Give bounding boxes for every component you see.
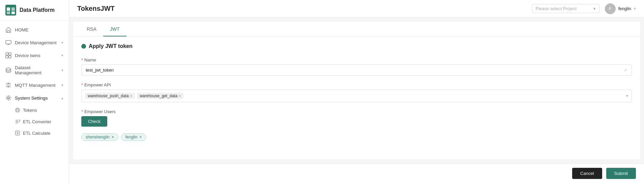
user-name: fenglin — [618, 6, 631, 11]
svg-point-13 — [7, 97, 9, 99]
settings-icon — [5, 95, 11, 101]
chevron-down-icon: ▾ — [61, 68, 63, 73]
svg-rect-3 — [7, 11, 10, 14]
sidebar-item-mqtt[interactable]: MQTT Management ▾ — [0, 79, 69, 92]
user-tag-close-icon[interactable]: × — [139, 135, 142, 139]
svg-rect-2 — [11, 7, 15, 11]
empower-users-field-group: * Empower Users Check shenshenglin × fen… — [81, 109, 632, 141]
tab-jwt[interactable]: JWT — [103, 22, 127, 36]
etl-converter-icon — [15, 119, 20, 124]
svg-rect-4 — [11, 11, 15, 14]
project-chevron-down-icon: ▾ — [593, 6, 596, 11]
check-button[interactable]: Check — [81, 116, 107, 127]
etl-calculate-icon — [15, 130, 20, 136]
sidebar-logo: Data Platform — [0, 0, 69, 21]
name-label: * Name — [81, 57, 632, 62]
sidebar-item-device-twins-label: Device twins — [15, 53, 40, 58]
api-tag-close-icon[interactable]: × — [179, 94, 181, 98]
svg-rect-8 — [6, 56, 8, 58]
chevron-down-icon: ▾ — [61, 41, 63, 45]
sidebar-item-mqtt-label: MQTT Management — [15, 83, 56, 88]
sidebar-item-dataset-label: Dataset Management — [15, 65, 58, 75]
user-chevron-down-icon: ▾ — [634, 6, 636, 11]
avatar: F — [605, 3, 616, 14]
chevron-down-icon: ▾ — [61, 83, 63, 87]
name-field-group: * Name ✓ — [81, 57, 632, 76]
project-select-placeholder: Please select Project — [536, 6, 577, 11]
api-tag-close-icon[interactable]: × — [130, 94, 132, 98]
sidebar-item-device-management[interactable]: Device Management ▾ — [0, 36, 69, 49]
cancel-button[interactable]: Cancel — [572, 168, 602, 179]
submit-button[interactable]: Submit — [606, 168, 636, 179]
section-title: Apply JWT token — [89, 43, 133, 49]
user-tag-label: shenshenglin — [86, 135, 110, 139]
svg-rect-1 — [7, 7, 10, 11]
name-input-wrapper[interactable]: ✓ — [81, 64, 632, 76]
sidebar: Data Platform HOME Device Management ▾ — [0, 0, 69, 183]
user-tags-container: shenshenglin × fenglin × — [81, 133, 632, 141]
sidebar-nav: HOME Device Management ▾ Device twins ▾ — [0, 21, 69, 183]
empower-users-label: * Empower Users — [81, 109, 632, 114]
api-required-mark: * — [81, 82, 83, 87]
user-tag-shenshenglin: shenshenglin × — [81, 133, 118, 141]
sidebar-item-system-settings-label: System Settings — [15, 96, 48, 101]
page-title: TokensJWT — [77, 5, 532, 12]
sidebar-item-device-management-label: Device Management — [15, 40, 57, 45]
user-tag-close-icon[interactable]: × — [112, 135, 114, 139]
chevron-up-icon: ▴ — [61, 96, 63, 100]
tokens-icon — [15, 107, 20, 113]
dataset-icon — [5, 67, 11, 73]
sidebar-sub-etl-calculate-label: ETL Calculate — [23, 131, 50, 136]
svg-rect-7 — [9, 53, 11, 55]
sidebar-sub-etl-converter[interactable]: ETL Converter — [0, 116, 69, 127]
mqtt-icon — [5, 82, 11, 88]
api-tag-label: warehouse_push_data — [88, 94, 129, 98]
sidebar-item-dataset-management[interactable]: Dataset Management ▾ — [0, 62, 69, 79]
section-header: Apply JWT token — [81, 43, 632, 49]
topbar: TokensJWT Please select Project ▾ F feng… — [69, 0, 644, 18]
sidebar-item-system-settings[interactable]: System Settings ▴ — [0, 92, 69, 104]
bottom-action-bar: Cancel Submit — [69, 163, 644, 183]
sidebar-sub-etl-converter-label: ETL Converter — [23, 119, 51, 124]
tags-chevron-down-icon: ▾ — [626, 94, 628, 98]
svg-rect-9 — [9, 56, 11, 58]
svg-rect-6 — [6, 53, 8, 55]
name-required-mark: * — [81, 57, 83, 62]
sidebar-sub-tokens[interactable]: Tokens — [0, 104, 69, 116]
sidebar-sub-etl-calculate[interactable]: ETL Calculate — [0, 127, 69, 139]
svg-point-12 — [8, 86, 9, 87]
section-dot-icon — [81, 44, 86, 49]
svg-point-10 — [6, 68, 11, 70]
users-required-mark: * — [81, 109, 83, 114]
user-tag-label: fenglin — [125, 135, 137, 139]
app-title: Data Platform — [20, 7, 55, 13]
device-mgmt-icon — [5, 40, 11, 46]
api-tag-warehouse-push: warehouse_push_data × — [85, 93, 135, 99]
empower-api-tags-input[interactable]: warehouse_push_data × warehouse_get_data… — [81, 89, 632, 102]
empower-api-label: * Empower API — [81, 82, 632, 87]
sidebar-item-home-label: HOME — [15, 27, 29, 32]
api-tag-label: warehouse_get_data — [140, 94, 177, 98]
svg-rect-5 — [6, 41, 11, 44]
project-select-dropdown[interactable]: Please select Project ▾ — [532, 4, 599, 13]
svg-point-11 — [8, 83, 9, 84]
svg-point-15 — [17, 109, 19, 111]
sidebar-item-device-twins[interactable]: Device twins ▾ — [0, 49, 69, 62]
form-panel: Apply JWT token * Name ✓ * Empower API — [73, 36, 640, 154]
device-twins-icon — [5, 52, 11, 58]
content-panel: RSA JWT Apply JWT token * Name ✓ — [73, 22, 640, 159]
user-area[interactable]: F fenglin ▾ — [605, 3, 636, 14]
tabs-bar: RSA JWT — [73, 22, 640, 36]
clear-icon[interactable]: ✓ — [624, 68, 627, 73]
sidebar-item-home[interactable]: HOME — [0, 23, 69, 36]
chevron-down-icon: ▾ — [61, 53, 63, 58]
sidebar-sub-tokens-label: Tokens — [23, 108, 37, 113]
home-icon — [5, 27, 11, 33]
svg-point-14 — [16, 108, 20, 112]
user-tag-fenglin: fenglin × — [121, 133, 146, 141]
name-input[interactable] — [86, 68, 624, 73]
logo-icon — [5, 5, 16, 16]
tab-rsa[interactable]: RSA — [80, 22, 103, 36]
empower-api-field-group: * Empower API warehouse_push_data × ware… — [81, 82, 632, 102]
api-tag-warehouse-get: warehouse_get_data × — [137, 93, 184, 99]
